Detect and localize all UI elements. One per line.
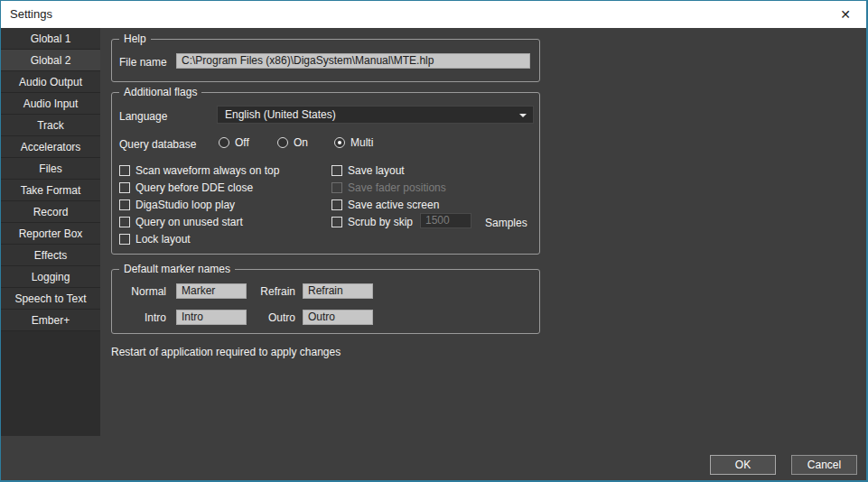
close-icon[interactable]: ✕: [825, 1, 866, 28]
checkbox-query-on-unused-start[interactable]: Query on unused start: [119, 216, 243, 228]
radio-query-multi[interactable]: Multi: [334, 136, 373, 149]
settings-dialog: Settings ✕ Global 1 Global 2 Audio Outpu…: [0, 0, 868, 482]
checkbox-icon: [119, 217, 130, 227]
window-title: Settings: [10, 7, 52, 21]
checkbox-query-before-dde-close[interactable]: Query before DDE close: [119, 181, 253, 194]
sidebar-item-global-1[interactable]: Global 1: [1, 28, 100, 50]
sidebar-item-files[interactable]: Files: [1, 158, 100, 180]
additional-flags-group-title: Additional flags: [119, 86, 201, 98]
sidebar-item-reporter-box[interactable]: Reporter Box: [1, 223, 100, 245]
checkbox-label: Save active screen: [348, 199, 439, 211]
restart-note: Restart of application required to apply…: [111, 346, 341, 358]
scrub-samples-input: 1500: [420, 213, 471, 228]
sidebar-item-logging[interactable]: Logging: [1, 266, 100, 288]
ok-button[interactable]: OK: [710, 455, 776, 475]
checkbox-label: DigaStudio loop play: [135, 199, 235, 211]
help-file-name-input[interactable]: C:\Program Files (x86)\DigaSystem\Manual…: [176, 53, 530, 69]
radio-selected-icon: [334, 137, 345, 148]
query-database-label: Query database: [119, 138, 196, 151]
checkbox-save-fader-positions: Save fader positions: [331, 181, 446, 194]
checkbox-save-layout[interactable]: Save layout: [331, 164, 405, 177]
marker-group-title: Default marker names: [119, 263, 235, 275]
radio-circle-icon: [219, 137, 229, 148]
marker-outro-input[interactable]: Outro: [303, 310, 373, 325]
settings-sidebar: Global 1 Global 2 Audio Output Audio Inp…: [1, 28, 100, 436]
sidebar-item-audio-output[interactable]: Audio Output: [1, 71, 100, 93]
checkbox-label: Query on unused start: [135, 216, 243, 228]
checkbox-icon: [119, 165, 130, 176]
checkbox-label: Save layout: [348, 164, 405, 177]
sidebar-item-speech-to-text[interactable]: Speech to Text: [1, 288, 100, 310]
cancel-button[interactable]: Cancel: [791, 455, 857, 475]
checkbox-label: Scrub by skip: [348, 216, 413, 228]
checkbox-icon: [331, 217, 342, 227]
checkbox-icon: [119, 182, 130, 193]
sidebar-item-effects[interactable]: Effects: [1, 245, 100, 266]
marker-normal-label: Normal: [112, 285, 166, 298]
samples-unit-label: Samples: [485, 217, 527, 229]
radio-query-on[interactable]: On: [277, 136, 308, 149]
sidebar-item-record[interactable]: Record: [1, 201, 100, 223]
sidebar-item-track[interactable]: Track: [1, 115, 100, 136]
sidebar-item-take-format[interactable]: Take Format: [1, 180, 100, 201]
help-group: Help File name C:\Program Files (x86)\Di…: [111, 39, 540, 82]
sidebar-item-accelerators[interactable]: Accelerators: [1, 136, 100, 158]
checkbox-icon: [119, 234, 130, 245]
checkbox-label: Query before DDE close: [135, 181, 253, 194]
marker-refrain-label: Refrain: [234, 285, 295, 298]
radio-label: On: [294, 136, 308, 149]
sidebar-item-global-2[interactable]: Global 2: [1, 50, 100, 71]
checkbox-lock-layout[interactable]: Lock layout: [119, 233, 191, 246]
checkbox-digastudio-loop-play[interactable]: DigaStudio loop play: [119, 199, 235, 211]
language-dropdown[interactable]: English (United States): [217, 106, 534, 124]
chevron-down-icon: [519, 114, 527, 117]
checkbox-scan-waveform-always-on-top[interactable]: Scan waveform always on top: [119, 164, 279, 177]
title-bar[interactable]: Settings ✕: [1, 1, 866, 28]
checkbox-scrub-by-skip[interactable]: Scrub by skip: [331, 216, 413, 228]
marker-intro-label: Intro: [112, 311, 166, 324]
language-label: Language: [119, 110, 167, 123]
checkbox-icon: [331, 165, 342, 176]
language-selected-value: English (United States): [225, 108, 336, 121]
checkbox-icon: [331, 199, 342, 210]
checkbox-icon: [119, 199, 130, 210]
default-marker-names-group: Default marker names Normal Marker Refra…: [111, 269, 540, 334]
checkbox-label: Scan waveform always on top: [135, 164, 279, 177]
checkbox-save-active-screen[interactable]: Save active screen: [331, 199, 439, 211]
marker-refrain-input[interactable]: Refrain: [303, 283, 373, 299]
help-group-title: Help: [119, 32, 151, 45]
sidebar-item-ember[interactable]: Ember+: [1, 310, 100, 331]
checkbox-label: Lock layout: [135, 233, 191, 246]
checkbox-icon: [331, 182, 342, 193]
checkbox-label: Save fader positions: [348, 181, 446, 194]
file-name-label: File name: [119, 56, 167, 69]
radio-query-off[interactable]: Off: [219, 136, 249, 149]
additional-flags-group: Additional flags Language English (Unite…: [111, 92, 540, 255]
radio-label: Off: [235, 136, 249, 149]
marker-outro-label: Outro: [234, 311, 295, 324]
radio-circle-icon: [277, 137, 288, 148]
sidebar-item-audio-input[interactable]: Audio Input: [1, 93, 100, 115]
radio-label: Multi: [350, 136, 373, 149]
